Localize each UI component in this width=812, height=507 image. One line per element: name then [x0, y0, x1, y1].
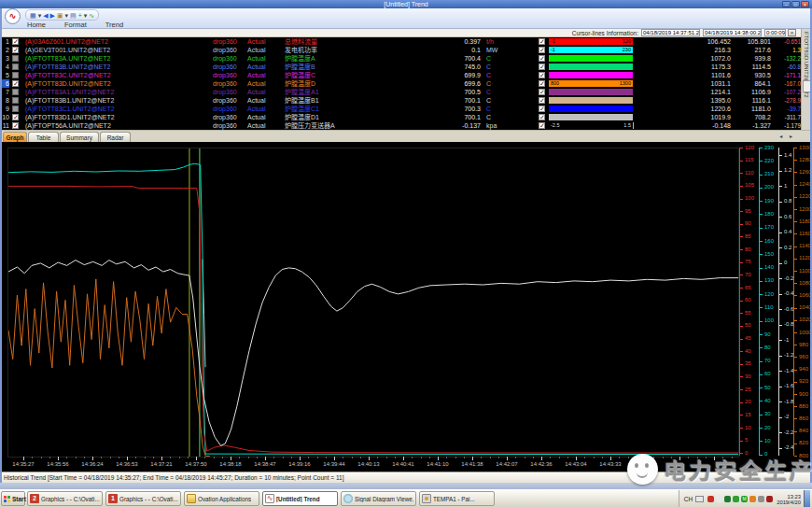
row-visibility-checkbox[interactable]: ✓ — [12, 80, 19, 87]
tray-net-icon[interactable] — [733, 496, 739, 502]
axis-tick-label: 1.2 — [784, 167, 791, 174]
taskbar-item-4[interactable]: ∿[Untitled] Trend — [262, 491, 338, 506]
close-cursor-panel-button[interactable]: × — [788, 29, 796, 36]
dropdown-icon[interactable]: ▾ — [65, 11, 69, 20]
menu-trend[interactable]: Trend — [104, 21, 125, 29]
cursor-row-checkbox[interactable]: ✓ — [539, 38, 545, 45]
row-visibility-checkbox[interactable]: ✓ — [12, 122, 19, 129]
taskbar-item-3[interactable]: Ovation Applications — [184, 491, 259, 506]
axis-tick — [760, 321, 763, 322]
axis-tick — [794, 209, 797, 210]
start-label: Start — [12, 496, 26, 502]
cursor-row-checkbox[interactable]: ✓ — [539, 114, 545, 120]
axis-tick-label: 860 — [799, 415, 808, 422]
cursor-row-checkbox[interactable]: ✓ — [539, 72, 545, 78]
menu-format[interactable]: Format — [63, 21, 89, 29]
scale-range-bar — [549, 63, 633, 70]
axis-tick-label: 100 — [764, 317, 774, 324]
cursor-row-checkbox[interactable]: ✓ — [539, 97, 545, 104]
tray-flag-icon[interactable] — [716, 496, 722, 502]
scale-max-label: 1.5 — [623, 122, 631, 129]
tray-db-icon[interactable] — [766, 496, 773, 502]
cursor-row-checkbox[interactable]: ✓ — [539, 122, 545, 129]
grid-icon[interactable]: ▤ — [70, 11, 77, 20]
minimize-button[interactable]: – — [782, 1, 791, 7]
row-visibility-checkbox[interactable] — [12, 89, 19, 95]
taskbar-item-2[interactable]: 1Graphics - - C:\Ovati... — [105, 491, 181, 506]
cursor-row-checkbox[interactable]: ✓ — [539, 106, 545, 112]
axis-tick-label: 90 — [745, 220, 751, 227]
cursor-row-checkbox[interactable]: ✓ — [539, 80, 545, 87]
live-trend-icon[interactable]: ∿ — [89, 11, 94, 20]
watermark: 电力安全生产 — [627, 453, 812, 486]
cursor2-time-field[interactable]: 04/18/2019 14:38:00.200 — [703, 29, 762, 36]
axis-tick — [740, 199, 743, 200]
forward-icon[interactable]: ▶ — [50, 11, 55, 20]
window-title: [Untitled] Trend — [384, 1, 427, 7]
axis-tick — [760, 214, 763, 215]
taskbar-item-6[interactable]: TEMPA1 - Pai... — [419, 491, 495, 506]
dropdown-icon[interactable]: ▾ — [38, 11, 42, 20]
cursor-row-checkbox[interactable]: ✓ — [539, 63, 545, 70]
axis-tick — [760, 415, 763, 415]
add-icon[interactable]: + — [78, 11, 82, 20]
time-tick — [533, 457, 534, 458]
time-tick — [377, 457, 378, 458]
axis-tick-label: 30 — [745, 373, 751, 380]
scale-max-label: 1300 — [620, 80, 631, 87]
time-tick-label: 14:37:21 — [143, 461, 180, 467]
tab-radar-view[interactable]: Radar View — [100, 132, 131, 142]
axis-tick-label: 115 — [745, 157, 754, 163]
time-tick-label: 14:36:24 — [74, 461, 111, 467]
time-tick-label: 14:39:44 — [315, 461, 353, 467]
show-desktop-button[interactable] — [804, 490, 810, 507]
language-indicator[interactable]: CH — [684, 496, 693, 502]
close-button[interactable]: × — [801, 1, 809, 7]
back-icon[interactable]: ◀ — [43, 11, 48, 20]
axis-tick-label: 920 — [799, 378, 808, 385]
app-menu-button[interactable]: ∿ — [5, 8, 21, 24]
trend-icon[interactable]: ▦ — [30, 11, 36, 20]
row-visibility-checkbox[interactable]: ✓ — [12, 114, 19, 120]
cursor-row-checkbox[interactable]: ✓ — [539, 55, 545, 62]
tray-update-icon[interactable] — [749, 496, 756, 502]
row-visibility-checkbox[interactable]: ✓ — [12, 38, 19, 45]
axis-tick — [779, 417, 782, 418]
row-visibility-checkbox[interactable] — [12, 72, 19, 78]
tab-graph[interactable]: Graph — [3, 132, 27, 142]
dropdown-icon[interactable]: ▾ — [84, 11, 88, 20]
maximize-button[interactable]: □ — [791, 1, 800, 7]
value-type: Actual — [247, 37, 265, 46]
tray-status-icon[interactable] — [724, 496, 731, 502]
axis-tick — [779, 294, 782, 295]
drop-name: drop360 — [213, 113, 237, 121]
export-icon[interactable]: ▣ — [57, 11, 63, 20]
axis-tick-label: -0.4 — [784, 290, 793, 297]
taskbar-item-1[interactable]: 2Graphics - - C:\Ovati... — [27, 491, 103, 506]
row-visibility-checkbox[interactable]: ✓ — [12, 47, 19, 53]
tray-volume-icon[interactable] — [758, 496, 764, 502]
row-visibility-checkbox[interactable] — [12, 97, 19, 104]
cursor-delta-value: 1.3 — [763, 46, 801, 54]
tray-alarm-icon[interactable] — [707, 496, 714, 502]
tab-table-view[interactable]: Table View — [28, 132, 59, 142]
trend-plot[interactable] — [7, 148, 739, 458]
row-visibility-checkbox[interactable] — [12, 63, 19, 70]
row-visibility-checkbox[interactable] — [12, 106, 19, 112]
cursor-row-checkbox[interactable]: ✓ — [539, 89, 545, 95]
cursor1-time-field[interactable]: 04/18/2019 14:37:51.200 — [641, 29, 700, 36]
time-scroll-arrows[interactable]: ◂ ▸ — [779, 133, 795, 139]
cursor-row-checkbox[interactable]: ✓ — [539, 47, 545, 53]
taskbar-clock[interactable]: 13:23 2019/4/20 — [777, 494, 801, 505]
table-row: 3(A)FTOTT83A.UNIT2@NET2drop360Actual炉膛温度… — [0, 54, 812, 63]
taskbar-item-5[interactable]: Signal Diagram Viewe... — [341, 491, 416, 506]
row-visibility-checkbox[interactable] — [12, 55, 19, 62]
keyboard-icon[interactable] — [695, 496, 704, 502]
start-button[interactable]: Start — [1, 491, 25, 506]
menu-home[interactable]: Home — [25, 21, 48, 29]
trend-graph-area: 14:35:2714:35:5614:36:2414:36:5314:37:21… — [0, 142, 812, 472]
paint-icon — [422, 494, 431, 503]
tray-m-icon[interactable]: M — [741, 496, 748, 502]
tab-summary-view[interactable]: Summary View — [60, 132, 99, 142]
title-bar[interactable]: [Untitled] Trend –□× — [0, 0, 812, 8]
